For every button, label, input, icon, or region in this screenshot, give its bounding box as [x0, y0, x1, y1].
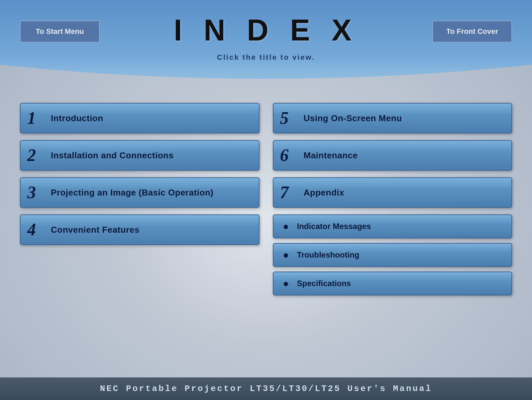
menu-number-1: 1	[27, 110, 46, 127]
front-cover-button[interactable]: To Front Cover	[432, 21, 512, 42]
sub-items-group: ● Indicator Messages ● Troubleshooting ●…	[273, 214, 512, 295]
menu-item-2[interactable]: 2 Installation and Connections	[20, 140, 260, 171]
menu-item-1[interactable]: 1 Introduction	[20, 103, 260, 133]
label-troubleshooting: Troubleshooting	[297, 250, 360, 260]
menu-number-5: 5	[280, 110, 298, 127]
menu-sub-specifications[interactable]: ● Specifications	[273, 272, 512, 295]
menu-label-4: Convenient Features	[51, 225, 140, 235]
menu-label-7: Appendix	[304, 188, 344, 198]
menu-label-2: Installation and Connections	[51, 150, 173, 161]
menu-number-7: 7	[280, 184, 298, 201]
menu-item-4[interactable]: 4 Convenient Features	[20, 214, 260, 245]
menu-label-1: Introduction	[51, 113, 103, 123]
content-area: 1 Introduction 2 Installation and Connec…	[0, 90, 532, 377]
menu-item-3[interactable]: 3 Projecting an Image (Basic Operation)	[20, 177, 260, 208]
menu-number-6: 6	[280, 147, 298, 164]
right-column: 5 Using On-Screen Menu 6 Maintenance 7 A…	[273, 103, 512, 370]
menu-sub-indicator[interactable]: ● Indicator Messages	[273, 214, 512, 238]
menu-label-5: Using On-Screen Menu	[304, 113, 402, 123]
bullet-specifications: ●	[280, 278, 292, 289]
menu-number-4: 4	[27, 221, 46, 238]
menu-item-7[interactable]: 7 Appendix	[273, 177, 512, 208]
menu-number-3: 3	[27, 184, 46, 201]
menu-sub-troubleshooting[interactable]: ● Troubleshooting	[273, 243, 512, 267]
start-menu-button[interactable]: To Start Menu	[20, 21, 100, 42]
left-column: 1 Introduction 2 Installation and Connec…	[20, 103, 260, 370]
footer-text: NEC Portable Projector LT35/LT30/LT25 Us…	[100, 384, 432, 394]
footer: NEC Portable Projector LT35/LT30/LT25 Us…	[0, 377, 532, 400]
menu-item-6[interactable]: 6 Maintenance	[273, 140, 512, 171]
label-specifications: Specifications	[297, 279, 351, 288]
label-indicator: Indicator Messages	[297, 222, 371, 231]
menu-label-6: Maintenance	[304, 150, 358, 161]
page-title: I N D E X	[174, 13, 358, 47]
page-subtitle: Click the title to view.	[217, 53, 315, 62]
menu-item-5[interactable]: 5 Using On-Screen Menu	[273, 103, 512, 133]
bullet-troubleshooting: ●	[280, 249, 292, 261]
menu-label-3: Projecting an Image (Basic Operation)	[51, 188, 214, 198]
menu-number-2: 2	[27, 147, 46, 164]
bullet-indicator: ●	[280, 221, 292, 232]
